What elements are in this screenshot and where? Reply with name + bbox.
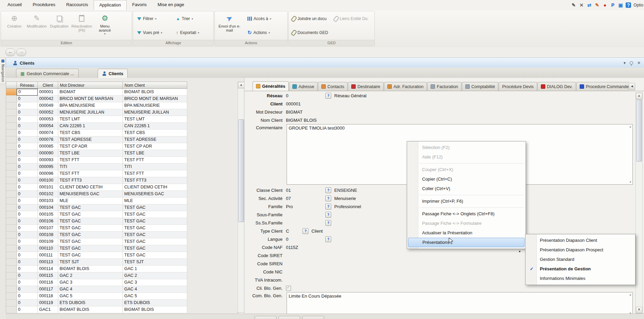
- cell-nom-client[interactable]: TEST GAC: [123, 211, 187, 218]
- row-marker[interactable]: [6, 177, 17, 184]
- cell-mot-directeur[interactable]: CAN 22265 1: [58, 123, 123, 130]
- table-row[interactable]: 0 000103 MLE MLE: [6, 198, 187, 204]
- help-button[interactable]: ?: [325, 196, 331, 201]
- help-button[interactable]: ?: [325, 93, 331, 99]
- column-header-client[interactable]: Client: [38, 82, 58, 89]
- cell-mot-directeur[interactable]: CLIENT DEMO CETIH: [58, 184, 123, 191]
- table-row[interactable]: 0 GAC1 BIGMAT BLOIS BIGMAT BLOIS: [6, 306, 187, 313]
- row-marker[interactable]: [6, 232, 17, 238]
- cell-client[interactable]: 000119: [38, 300, 58, 306]
- row-marker[interactable]: [6, 136, 17, 143]
- row-marker[interactable]: [6, 150, 17, 157]
- cell-mot-directeur[interactable]: BIGMAT BLOIS: [58, 266, 123, 272]
- cell-mot-directeur[interactable]: TEST FTT3: [58, 177, 123, 184]
- cell-mot-directeur[interactable]: TEST GAC: [58, 232, 123, 238]
- row-marker[interactable]: [6, 266, 17, 272]
- field-value[interactable]: 0115Z: [285, 245, 324, 250]
- cell-nom-client[interactable]: TEST FTT3: [123, 177, 187, 184]
- cell-client[interactable]: 000074: [38, 130, 58, 136]
- table-row[interactable]: 0 000076 TEST ADRESSE TEST ADRESSE: [6, 136, 187, 143]
- cell-reseau[interactable]: 0: [17, 225, 38, 232]
- cell-client[interactable]: 000102: [38, 191, 58, 198]
- context-menu-item[interactable]: Passage Fiche <-> Onglets (Ctrl+F8) ▸: [407, 209, 526, 219]
- detail-tab[interactable]: DIALOG Dev.: [537, 82, 576, 91]
- field-value[interactable]: BIGMAT: [285, 110, 324, 115]
- tab-gestion-commerciale[interactable]: ▦ Gestion Commerciale ...: [16, 69, 79, 78]
- cell-mot-directeur[interactable]: TEST FTT: [58, 157, 123, 164]
- table-row[interactable]: 0 000090 TEST LBE TEST LBE: [6, 150, 187, 157]
- cell-nom-client[interactable]: CAN 22265 1: [123, 123, 187, 130]
- toolbar-icon[interactable]: P: [610, 2, 615, 8]
- caret-down-icon[interactable]: ▾: [624, 61, 626, 65]
- cell-client[interactable]: 000107: [38, 225, 58, 232]
- row-marker[interactable]: [6, 198, 17, 204]
- cell-mot-directeur[interactable]: TEST ADRESSE: [58, 136, 123, 143]
- cell-mot-directeur[interactable]: GAC 4: [58, 286, 123, 293]
- menu-item[interactable]: Mise en page: [152, 0, 190, 10]
- cell-mot-directeur[interactable]: ETS DUBOIS: [58, 300, 123, 306]
- sort-button[interactable]: ▲ Trier ▾: [175, 15, 194, 23]
- context-menu-item[interactable]: Imprimer (Ctrl+P, F6) ▸: [407, 197, 526, 206]
- field-value[interactable]: 0: [285, 237, 324, 242]
- row-marker[interactable]: [6, 300, 17, 306]
- cell-reseau[interactable]: 0: [17, 238, 38, 245]
- table-row[interactable]: 0 000115 GAC 2 GAC 2: [6, 272, 187, 279]
- row-marker[interactable]: [6, 123, 17, 130]
- table-scrollbar[interactable]: ▲ ▼: [238, 82, 245, 319]
- cell-reseau[interactable]: 0: [17, 232, 38, 238]
- column-header-mot-directeur[interactable]: Mot Directeur: [58, 82, 123, 89]
- cell-mot-directeur[interactable]: BRICO MONT DE MARSAN: [58, 96, 123, 102]
- cell-reseau[interactable]: 0: [17, 191, 38, 198]
- tab-clients[interactable]: Clients: [98, 69, 128, 78]
- detail-tab[interactable]: Adr. Facturation: [384, 82, 427, 91]
- cell-nom-client[interactable]: TEST GAC: [123, 218, 187, 225]
- cell-nom-client[interactable]: GAC 5: [123, 293, 187, 300]
- cell-nom-client[interactable]: MLE: [123, 198, 187, 204]
- cell-client[interactable]: 000001: [38, 89, 58, 96]
- cell-reseau[interactable]: 0: [17, 279, 38, 286]
- cell-nom-client[interactable]: TEST LBE: [123, 150, 187, 157]
- cell-client[interactable]: GAC1: [38, 306, 58, 313]
- cell-mot-directeur[interactable]: TEST SJT: [58, 259, 123, 266]
- help-button[interactable]: ?: [303, 228, 308, 234]
- row-marker[interactable]: [6, 286, 17, 293]
- submenu-item[interactable]: ✓ Gestion Standard: [526, 255, 635, 264]
- cell-mot-directeur[interactable]: TEST GAC: [58, 218, 123, 225]
- scroll-up-icon[interactable]: ▲: [629, 125, 632, 128]
- cell-nom-client[interactable]: TEST FTT: [123, 170, 187, 177]
- cell-client[interactable]: 000117: [38, 286, 58, 293]
- column-header-nom-client[interactable]: Nom Client: [123, 82, 187, 89]
- cell-nom-client[interactable]: MENUISERIE JUILLAN: [123, 109, 187, 116]
- cell-reseau[interactable]: 0: [17, 164, 38, 170]
- cell-mot-directeur[interactable]: GAC 3: [58, 279, 123, 286]
- row-marker[interactable]: [6, 238, 17, 245]
- cell-client[interactable]: 000109: [38, 238, 58, 245]
- table-row[interactable]: 0 000118 GAC 5 GAC 5: [6, 293, 187, 300]
- cell-reseau[interactable]: 0: [17, 218, 38, 225]
- cell-client[interactable]: 000101: [38, 184, 58, 191]
- cell-reseau[interactable]: 0: [17, 123, 38, 130]
- table-row[interactable]: 0 000116 GAC 3 GAC 3: [6, 279, 187, 286]
- scrollbar-thumb[interactable]: [636, 100, 642, 162]
- cell-nom-client[interactable]: BIGMAT BLOIS: [123, 306, 187, 313]
- bottom-button[interactable]: [302, 316, 324, 319]
- table-row[interactable]: 0 000101 CLIENT DEMO CETIH CLIENT DEMO C…: [6, 184, 187, 191]
- advanced-menu-button[interactable]: ⚙ Menu avancé ▾: [94, 13, 116, 40]
- cell-mot-directeur[interactable]: TEST GAC: [58, 252, 123, 259]
- toolbar-icon[interactable]: ▣: [618, 2, 623, 8]
- toolbar-icon[interactable]: ✎: [594, 2, 600, 8]
- column-header-reseau[interactable]: Réseau: [17, 82, 38, 89]
- cell-reseau[interactable]: 0: [17, 259, 38, 266]
- context-menu-item[interactable]: Aide (F12) ▸: [407, 152, 526, 162]
- submenu-item[interactable]: ✓ Présentation Diapason Client: [526, 236, 635, 245]
- table-row[interactable]: 0 000102 MENUISERIES GAC MENUISERIES GAC: [6, 191, 187, 198]
- cell-nom-client[interactable]: TITI: [123, 164, 187, 170]
- cell-client[interactable]: 000106: [38, 218, 58, 225]
- row-marker[interactable]: [6, 191, 17, 198]
- row-marker[interactable]: [6, 170, 17, 177]
- table-row[interactable]: 0 000085 TEST CP ADR TEST CP ADR: [6, 143, 187, 150]
- row-marker[interactable]: [6, 306, 17, 313]
- field-value[interactable]: C: [285, 229, 301, 234]
- detail-tab[interactable]: Destinataire: [348, 82, 384, 91]
- table-row[interactable]: 0 000110 TEST GAC TEST GAC: [6, 245, 187, 252]
